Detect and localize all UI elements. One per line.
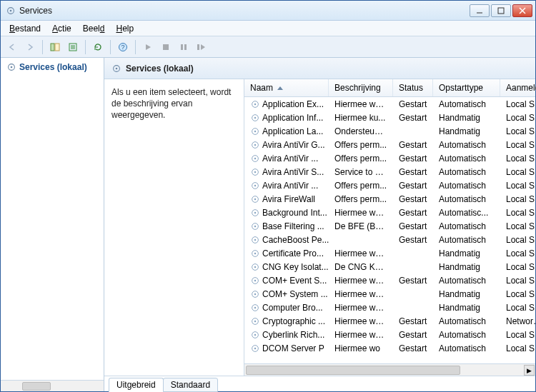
cell-beschrijving: Hiermee wo... <box>329 303 393 313</box>
service-icon <box>250 303 260 313</box>
cell-naam: Certificate Pro... <box>244 248 329 258</box>
cell-aanmelden: Local Syst <box>500 343 535 353</box>
cell-beschrijving: Hiermee wo... <box>329 276 393 286</box>
tree-node-services[interactable]: Services (lokaal) <box>1 58 104 76</box>
table-row[interactable]: COM+ Event S...Hiermee wo...GestartAutom… <box>244 273 535 287</box>
service-icon <box>250 276 260 286</box>
forward-button[interactable] <box>22 39 38 55</box>
svg-point-34 <box>254 198 256 199</box>
table-row[interactable]: Application Ex...Hiermee wo...GestartAut… <box>244 97 535 111</box>
body: Services (lokaal) Services (lokaal) Als … <box>1 58 535 391</box>
table-row[interactable]: CacheBoost Pe...GestartAutomatischLocal … <box>244 233 535 246</box>
svg-point-48 <box>254 293 256 294</box>
scrollbar-thumb[interactable] <box>22 382 51 391</box>
cell-beschrijving: Offers perm... <box>329 194 393 204</box>
cell-aanmelden: Local Syst <box>500 140 535 150</box>
window-title: Services <box>19 6 470 16</box>
cell-aanmelden: Local Syst <box>500 181 535 191</box>
scrollbar-thumb[interactable] <box>246 366 460 375</box>
column-opstarttype[interactable]: Opstarttype <box>433 79 500 96</box>
cell-status: Gestart <box>393 140 433 150</box>
cell-naam: Avira FireWall <box>244 194 329 204</box>
cell-opstarttype: Automatisch <box>433 276 500 286</box>
column-beschrijving[interactable]: Beschrijving <box>329 79 393 96</box>
service-icon <box>250 154 260 164</box>
service-icon <box>250 126 260 136</box>
table-row[interactable]: Avira AntiVir ...Offers perm...GestartAu… <box>244 151 535 165</box>
cell-aanmelden: Local Syst <box>500 248 535 258</box>
tab-uitgebreid[interactable]: Uitgebreid <box>109 378 164 392</box>
table-row[interactable]: COM+ System ...Hiermee wo...HandmatigLoc… <box>244 287 535 301</box>
svg-rect-13 <box>184 44 187 50</box>
restart-service-button[interactable] <box>194 39 209 55</box>
table-row[interactable]: Cyberlink Rich...Hiermee wo...GestartAut… <box>244 328 535 341</box>
table-row[interactable]: Avira AntiVir ...Offers perm...GestartAu… <box>244 179 535 192</box>
cell-opstarttype: Handmatig <box>433 303 500 313</box>
table-row[interactable]: Application Inf...Hiermee ku...GestartHa… <box>244 111 535 124</box>
cell-naam: Cyberlink Rich... <box>244 330 329 340</box>
stop-service-button[interactable] <box>158 39 174 55</box>
cell-naam: COM+ System ... <box>244 289 329 299</box>
maximize-button[interactable] <box>491 4 511 17</box>
titlebar[interactable]: Services <box>1 1 535 21</box>
minimize-button[interactable] <box>470 4 490 17</box>
svg-text:?: ? <box>121 44 124 51</box>
scroll-right-arrow[interactable]: ▶ <box>524 365 535 376</box>
help-button[interactable]: ? <box>115 39 131 55</box>
table-row[interactable]: Avira AntiVir G...Offers perm...GestartA… <box>244 138 535 151</box>
cell-naam: Avira AntiVir S... <box>244 167 329 177</box>
cell-opstarttype: Automatisch <box>433 154 500 164</box>
close-button[interactable] <box>512 4 532 17</box>
show-hide-tree-button[interactable] <box>47 39 63 55</box>
cell-status: Gestart <box>393 167 433 177</box>
refresh-button[interactable] <box>90 39 106 55</box>
table-row[interactable]: Computer Bro...Hiermee wo...HandmatigLoc… <box>244 301 535 314</box>
table-row[interactable]: DCOM Server PHiermee woGestartAutomatisc… <box>244 341 535 355</box>
tree-hscroll[interactable] <box>1 380 104 391</box>
cell-beschrijving: De BFE (Bas... <box>329 221 393 231</box>
grid-hscroll[interactable]: ▶ <box>244 363 535 376</box>
cell-opstarttype: Automatisch <box>433 316 500 326</box>
menu-actie[interactable]: Actie <box>46 22 77 35</box>
service-icon <box>250 289 260 299</box>
start-service-button[interactable] <box>140 39 156 55</box>
table-row[interactable]: Application La...Ondersteuni...Handmatig… <box>244 124 535 138</box>
cell-status: Gestart <box>393 194 433 204</box>
svg-point-50 <box>254 306 256 308</box>
menu-bestand[interactable]: Bestand <box>4 22 46 35</box>
cell-beschrijving: Hiermee wo... <box>329 248 393 258</box>
table-row[interactable]: Background Int...Hiermee wo...GestartAut… <box>244 206 535 219</box>
table-row[interactable]: Cryptographic ...Hiermee wo...GestartAut… <box>244 314 535 328</box>
cell-status: Gestart <box>393 221 433 231</box>
svg-point-42 <box>254 252 256 253</box>
content: Als u een item selecteert, wordt de besc… <box>104 79 535 376</box>
gear-icon <box>111 64 121 74</box>
cell-aanmelden: Local Syst <box>500 262 535 272</box>
cell-aanmelden: Local Serv <box>500 221 535 231</box>
cell-opstarttype: Automatisch <box>433 235 500 245</box>
menu-beeld[interactable]: Beeld <box>77 22 111 35</box>
column-naam[interactable]: Naam <box>244 79 329 96</box>
cell-beschrijving: Hiermee wo... <box>329 316 393 326</box>
table-row[interactable]: Base Filtering ...De BFE (Bas...GestartA… <box>244 219 535 233</box>
cell-naam: Avira AntiVir G... <box>244 140 329 150</box>
svg-point-20 <box>254 103 256 104</box>
table-row[interactable]: CNG Key Isolat...De CNG Key...HandmatigL… <box>244 260 535 273</box>
cell-aanmelden: Local Syst <box>500 208 535 218</box>
cell-aanmelden: Local Syst <box>500 289 535 299</box>
tab-standaard[interactable]: Standaard <box>163 378 218 392</box>
table-row[interactable]: Certificate Pro...Hiermee wo...Handmatig… <box>244 246 535 260</box>
back-button[interactable] <box>4 39 20 55</box>
svg-rect-11 <box>163 44 169 50</box>
table-row[interactable]: Avira AntiVir S...Service to sc...Gestar… <box>244 165 535 179</box>
column-aanmelden[interactable]: Aanmelde <box>500 79 536 96</box>
column-status[interactable]: Status <box>393 79 433 96</box>
cell-beschrijving: Hiermee wo... <box>329 208 393 218</box>
table-row[interactable]: Avira FireWallOffers perm...GestartAutom… <box>244 192 535 206</box>
cell-aanmelden: Local Serv <box>500 276 535 286</box>
menu-help[interactable]: Help <box>110 22 139 35</box>
pause-service-button[interactable] <box>176 39 192 55</box>
export-list-button[interactable] <box>65 39 81 55</box>
cell-status: Gestart <box>393 181 433 191</box>
cell-status: Gestart <box>393 276 433 286</box>
